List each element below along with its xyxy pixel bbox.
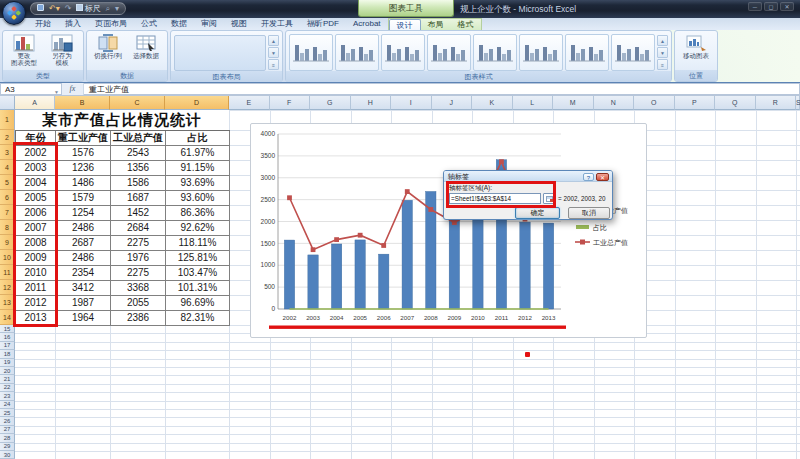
column-header-F[interactable]: F [270,96,311,110]
ribbon-button-更改图表类型[interactable]: 更改图表类型 [6,33,42,67]
select-all-corner[interactable] [0,96,15,110]
table-cell[interactable]: 2687 [56,236,111,251]
table-cell[interactable]: 1576 [56,146,111,161]
tab-福昕PDF[interactable]: 福昕PDF [300,18,346,30]
row-header-16[interactable]: 16 [0,333,15,341]
column-header-I[interactable]: I [391,96,432,110]
ribbon-button-选择数据[interactable]: 选择数据 [128,33,164,59]
column-header-J[interactable]: J [432,96,473,110]
tab-审阅[interactable]: 审阅 [194,18,224,30]
table-cell[interactable]: 93.60% [166,191,230,206]
column-header-S[interactable]: S [796,96,800,110]
chart-style-thumbnail[interactable] [565,34,609,71]
table-cell[interactable]: 2486 [56,251,111,266]
ruler-toggle[interactable]: 标尺 [76,3,100,14]
row-header-20[interactable]: 20 [0,367,15,375]
table-cell[interactable]: 2055 [111,296,166,311]
row-header-27[interactable]: 27 [0,426,15,434]
cancel-button[interactable]: 取消 [568,207,610,219]
table-cell[interactable]: 1486 [56,176,111,191]
tab-插入[interactable]: 插入 [58,18,88,30]
table-cell[interactable]: 118.11% [166,236,230,251]
table-cell[interactable]: 2486 [56,221,111,236]
table-cell[interactable]: 125.81% [166,251,230,266]
column-header-B[interactable]: B [55,96,110,110]
table-cell[interactable]: 1964 [56,311,111,326]
column-header-A[interactable]: A [15,96,55,110]
table-cell[interactable]: 1579 [56,191,111,206]
maximize-button[interactable]: ◻ [764,2,778,11]
save-icon[interactable] [37,3,44,14]
table-cell[interactable]: 2354 [56,266,111,281]
table-header-cell[interactable]: 重工业产值 [56,131,111,146]
table-cell[interactable]: 1254 [56,206,111,221]
table-cell[interactable]: 2543 [111,146,166,161]
row-header-29[interactable]: 29 [0,443,15,451]
column-header-K[interactable]: K [472,96,513,110]
row-header-24[interactable]: 24 [0,401,15,409]
name-box[interactable]: A3 ▼ [0,83,62,95]
tab-页面布局[interactable]: 页面布局 [88,18,134,30]
row-header-19[interactable]: 19 [0,359,15,367]
table-cell[interactable]: 1452 [111,206,166,221]
ok-button[interactable]: 确定 [515,207,560,219]
dialog-help-icon[interactable]: ? [583,173,594,181]
table-cell[interactable]: 1236 [56,161,111,176]
column-header-D[interactable]: D [165,96,229,110]
insert-function-icon[interactable]: fx [62,83,84,95]
tab-数据[interactable]: 数据 [164,18,194,30]
chart-style-thumbnail[interactable] [381,34,425,71]
column-header-C[interactable]: C [110,96,165,110]
table-cell[interactable]: 1687 [111,191,166,206]
redo-icon[interactable]: ↷ [65,3,72,14]
row-header-23[interactable]: 23 [0,392,15,400]
table-cell[interactable]: 86.36% [166,206,230,221]
scroll-up-icon[interactable]: ▲ [657,35,668,46]
row-header-21[interactable]: 21 [0,375,15,383]
chart-style-thumbnail[interactable] [611,34,655,71]
column-header-P[interactable]: P [675,96,716,110]
row-header-1[interactable]: 1 [0,110,15,130]
column-header-E[interactable]: E [229,96,270,110]
column-header-L[interactable]: L [513,96,554,110]
worksheet[interactable]: ABCDEFGHIJKLMNOPQRS 12345678910111213141… [0,96,800,459]
undo-icon[interactable]: ↶▾ [49,3,60,14]
table-cell[interactable]: 1976 [111,251,166,266]
table-cell[interactable]: 91.15% [166,161,230,176]
table-cell[interactable]: 3368 [111,281,166,296]
table-header-cell[interactable]: 占比 [166,131,230,146]
gallery-more-icon[interactable]: ≡ [657,59,668,70]
tab-开始[interactable]: 开始 [28,18,58,30]
minimize-button[interactable]: ─ [748,2,762,11]
tab-开发工具[interactable]: 开发工具 [254,18,300,30]
column-header-M[interactable]: M [553,96,594,110]
column-header-H[interactable]: H [351,96,392,110]
tab-格式[interactable]: 格式 [451,19,481,30]
chart-style-thumbnail[interactable] [427,34,471,71]
table-cell[interactable]: 61.97% [166,146,230,161]
table-cell[interactable]: 3412 [56,281,111,296]
scroll-up-icon[interactable]: ▲ [268,35,279,46]
ribbon-button-另存为模板[interactable]: 另存为模板 [44,33,80,67]
column-header-O[interactable]: O [634,96,675,110]
row-header-30[interactable]: 30 [0,451,15,459]
tab-公式[interactable]: 公式 [134,18,164,30]
chart-style-thumbnail[interactable] [473,34,517,71]
chart-style-thumbnail[interactable] [289,34,333,71]
table-cell[interactable]: 96.69% [166,296,230,311]
table-cell[interactable]: 1987 [56,296,111,311]
column-header-Q[interactable]: Q [715,96,756,110]
table-cell[interactable]: 1586 [111,176,166,191]
table-header-cell[interactable]: 工业总产值 [111,131,166,146]
dialog-close-icon[interactable]: ✕ [596,173,609,181]
row-header-18[interactable]: 18 [0,350,15,358]
scroll-down-icon[interactable]: ▼ [657,47,668,58]
ribbon-button-移动图表[interactable]: 移动图表 [678,33,714,59]
formula-input[interactable]: 重工业产值 [84,83,800,95]
close-button[interactable]: ✕ [780,2,794,11]
name-box-dropdown-icon[interactable]: ▼ [54,84,61,94]
table-cell[interactable]: 1356 [111,161,166,176]
tab-Acrobat[interactable]: Acrobat [346,18,388,30]
row-header-17[interactable]: 17 [0,342,15,350]
tab-布局[interactable]: 布局 [421,19,451,30]
